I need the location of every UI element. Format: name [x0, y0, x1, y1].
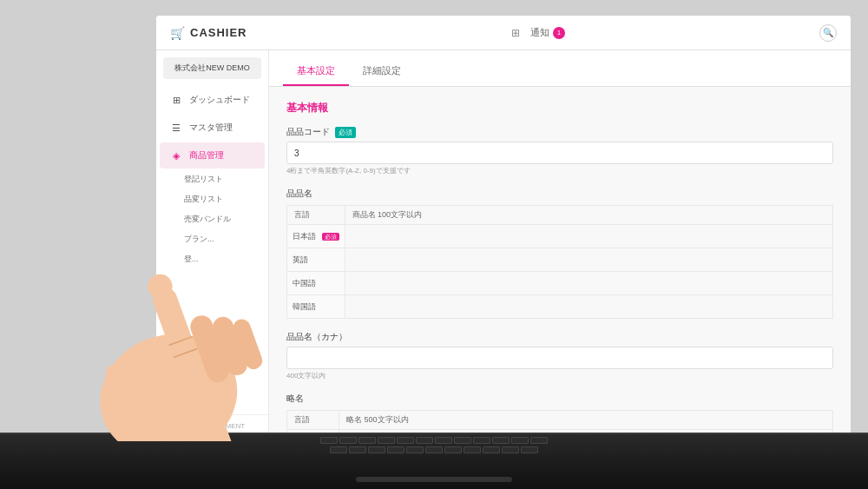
tab-basic-settings[interactable]: 基本設定: [283, 57, 349, 86]
key: [464, 446, 481, 453]
key: [320, 437, 338, 444]
lang-col-header: 言語: [287, 206, 345, 225]
key: [330, 446, 347, 453]
sidebar-item-label: ダッシュボード: [189, 94, 250, 106]
table-row: 韓国語: [287, 295, 833, 319]
required-badge: 必須: [322, 233, 339, 241]
key: [454, 437, 471, 444]
sidebar-item-bundle[interactable]: 売変バンドル: [177, 209, 268, 229]
sidebar-item-product[interactable]: ◈ 商品管理: [160, 142, 265, 169]
form-area: 基本情報 品品コード 必須 4桁まで半角英数字(A-Z, 0-9)で支援です: [269, 87, 851, 437]
company-selector[interactable]: 株式会社NEW DEMO: [163, 57, 261, 79]
key: [416, 437, 433, 444]
laptop-screen: 🛒 CASHIER ⊞ 通知 1 🔍 株式会社NEW: [156, 16, 851, 437]
sidebar-item-product-change[interactable]: 品変リスト: [177, 189, 268, 209]
screen-content: 🛒 CASHIER ⊞ 通知 1 🔍 株式会社NEW: [156, 16, 851, 437]
desc-lang-header: 言語: [287, 411, 339, 430]
sidebar-item-label: 商品管理: [189, 149, 224, 162]
logo-area: 🛒 CASHIER: [170, 26, 257, 40]
content-area: 基本設定 詳細設定 基本情報 品品コード 必須: [269, 50, 851, 437]
grid-icon: ⊞: [511, 27, 520, 39]
kana-label: 品品名（カナ）: [286, 331, 347, 343]
sidebar-item-more[interactable]: 登...: [177, 249, 268, 269]
key: [368, 446, 385, 453]
key: [387, 446, 404, 453]
key: [483, 446, 500, 453]
search-icon[interactable]: 🔍: [819, 24, 837, 42]
key: [425, 446, 443, 453]
master-icon: ☰: [170, 122, 182, 134]
key: [530, 437, 548, 444]
key: [521, 446, 538, 453]
lang-cell: 中国語: [287, 272, 345, 295]
product-name-table: 言語 商品名 100文字以内 日本語 必須: [286, 205, 833, 319]
key: [358, 437, 376, 444]
key: [511, 437, 529, 444]
content-header: 基本設定 詳細設定: [269, 50, 851, 87]
name-input-zh[interactable]: [351, 276, 827, 292]
table-row: 日本語 必須: [287, 225, 833, 248]
sidebar-item-registry[interactable]: 登記リスト: [177, 169, 268, 189]
desc-group: 略名 言語 略名 500文字以内: [286, 393, 833, 437]
notification-badge: 1: [553, 27, 565, 39]
section-title: 基本情報: [286, 101, 833, 116]
product-code-label-row: 品品コード 必須: [286, 126, 833, 138]
product-name-group: 品品名 言語 商品名 100文字以内: [286, 188, 833, 319]
laptop-wrapper: 🛒 CASHIER ⊞ 通知 1 🔍 株式会社NEW: [0, 0, 868, 489]
sidebar-item-plan[interactable]: プラン...: [177, 229, 268, 249]
key: [435, 437, 452, 444]
kana-label-row: 品品名（カナ）: [286, 331, 833, 343]
sidebar-item-master[interactable]: ☰ マスタ管理: [160, 115, 265, 141]
kana-input[interactable]: [286, 347, 833, 369]
key: [492, 437, 510, 444]
name-input-ko[interactable]: [351, 300, 827, 315]
key: [406, 446, 424, 453]
cart-icon: 🛒: [170, 26, 185, 40]
top-bar-right: 🔍: [819, 24, 837, 42]
name-cell[interactable]: [345, 272, 832, 295]
kana-hint: 400文字以内: [286, 371, 833, 380]
key: [349, 446, 366, 453]
sidebar-item-dashboard[interactable]: ⊞ ダッシュボード: [160, 87, 265, 113]
product-code-group: 品品コード 必須 4桁まで半角英数字(A-Z, 0-9)で支援です: [286, 126, 833, 175]
sidebar-item-label: マスタ管理: [189, 122, 233, 134]
key: [339, 437, 357, 444]
notification-label: 通知: [530, 26, 549, 39]
key: [378, 437, 395, 444]
product-code-label: 品品コード: [286, 126, 330, 138]
key: [397, 437, 414, 444]
product-icon: ◈: [170, 150, 182, 162]
name-cell[interactable]: [345, 225, 832, 248]
product-name-label: 品品名: [286, 188, 833, 200]
lang-cell: 韓国語: [287, 295, 345, 319]
name-cell[interactable]: [345, 295, 832, 319]
desc-name-header: 略名 500文字以内: [339, 411, 833, 430]
key: [502, 446, 519, 453]
notification-area[interactable]: 通知 1: [530, 26, 565, 39]
product-code-hint: 4桁まで半角英数字(A-Z, 0-9)で支援です: [286, 166, 833, 175]
key-row-2: [52, 446, 816, 453]
laptop-base: [0, 433, 868, 489]
name-col-header: 商品名 100文字以内: [345, 206, 832, 225]
app-title: CASHIER: [190, 26, 247, 39]
key: [444, 446, 462, 453]
kana-group: 品品名（カナ） 400文字以内: [286, 331, 833, 380]
name-input-ja[interactable]: [351, 229, 827, 245]
lang-cell: 日本語 必須: [287, 225, 345, 248]
dashboard-icon: ⊞: [170, 95, 182, 106]
tab-detailed-settings[interactable]: 詳細設定: [349, 57, 415, 86]
sidebar-sub-menu: 登記リスト 品変リスト 売変バンドル プラン... 登...: [156, 169, 268, 269]
tab-bar: 基本設定 詳細設定: [283, 57, 837, 86]
name-input-en[interactable]: [351, 253, 827, 268]
keyboard-area: [52, 437, 816, 472]
desc-label: 略名: [286, 393, 833, 405]
lang-cell: 英語: [287, 248, 345, 272]
top-bar-center: ⊞ 通知 1: [271, 26, 806, 39]
table-row: 中国語: [287, 272, 833, 295]
key: [473, 437, 490, 444]
sidebar: 株式会社NEW DEMO ⊞ ダッシュボード ☰ マスタ管理 ◈ 商品管理: [156, 50, 269, 437]
key-row-1: [52, 437, 816, 444]
product-code-input[interactable]: [286, 142, 833, 164]
name-cell[interactable]: [345, 248, 832, 272]
table-row: 英語: [287, 248, 833, 272]
